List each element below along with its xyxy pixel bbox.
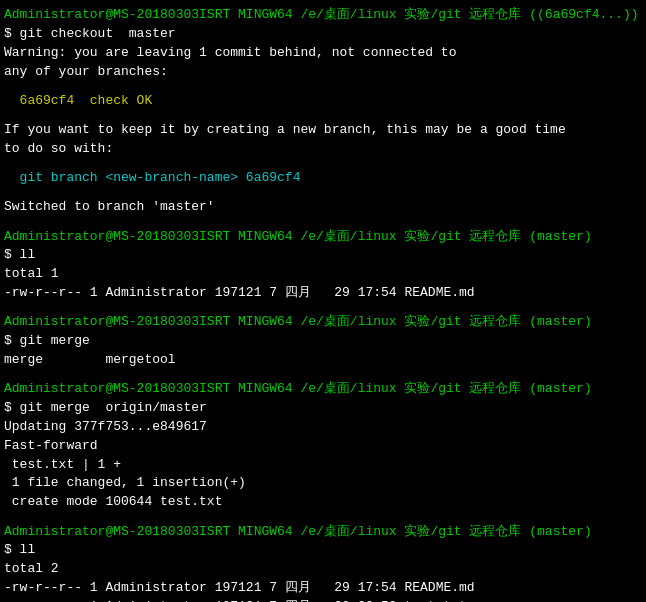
line-1: $ git checkout master (4, 25, 642, 44)
line-16: total 1 (4, 265, 642, 284)
line-30 (4, 512, 642, 522)
line-27: test.txt | 1 + (4, 456, 642, 475)
line-3: any of your branches: (4, 63, 642, 82)
line-23: Administrator@MS-20180303ISRT MINGW64 /e… (4, 380, 642, 399)
line-10: git branch <new-branch-name> 6a69cf4 (4, 169, 642, 188)
line-14: Administrator@MS-20180303ISRT MINGW64 /e… (4, 228, 642, 247)
line-2: Warning: you are leaving 1 commit behind… (4, 44, 642, 63)
line-24: $ git merge origin/master (4, 399, 642, 418)
line-6 (4, 111, 642, 121)
line-25: Updating 377f753...e849617 (4, 418, 642, 437)
line-32: $ ll (4, 541, 642, 560)
terminal-window: Administrator@MS-20180303ISRT MINGW64 /e… (0, 0, 646, 602)
line-8: to do so with: (4, 140, 642, 159)
line-13 (4, 217, 642, 227)
line-12: Switched to branch 'master' (4, 198, 642, 217)
line-0: Administrator@MS-20180303ISRT MINGW64 /e… (4, 6, 642, 25)
line-26: Fast-forward (4, 437, 642, 456)
line-18 (4, 303, 642, 313)
line-33: total 2 (4, 560, 642, 579)
line-20: $ git merge (4, 332, 642, 351)
line-35: -rw-r--r-- 1 Administrator 197121 7 四月 3… (4, 598, 642, 602)
line-7: If you want to keep it by creating a new… (4, 121, 642, 140)
line-29: create mode 100644 test.txt (4, 493, 642, 512)
line-9 (4, 159, 642, 169)
line-5: 6a69cf4 check OK (4, 92, 642, 111)
line-4 (4, 81, 642, 91)
line-34: -rw-r--r-- 1 Administrator 197121 7 四月 2… (4, 579, 642, 598)
line-31: Administrator@MS-20180303ISRT MINGW64 /e… (4, 523, 642, 542)
line-28: 1 file changed, 1 insertion(+) (4, 474, 642, 493)
line-22 (4, 370, 642, 380)
line-11 (4, 188, 642, 198)
line-21: merge mergetool (4, 351, 642, 370)
line-17: -rw-r--r-- 1 Administrator 197121 7 四月 2… (4, 284, 642, 303)
line-15: $ ll (4, 246, 642, 265)
terminal-content: Administrator@MS-20180303ISRT MINGW64 /e… (4, 6, 642, 602)
line-19: Administrator@MS-20180303ISRT MINGW64 /e… (4, 313, 642, 332)
